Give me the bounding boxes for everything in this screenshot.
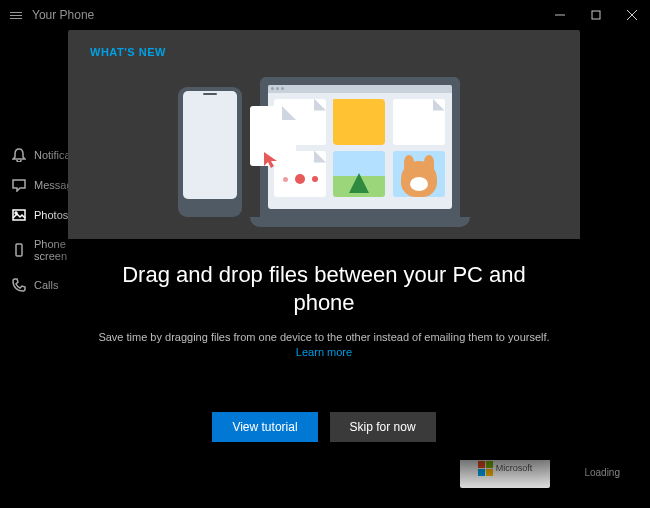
modal-title: Drag and drop files between your PC and … [98, 261, 550, 316]
bell-icon [12, 148, 26, 162]
svg-rect-1 [592, 11, 600, 19]
backdrop-loading-label: Loading [584, 467, 620, 478]
modal-description: Save time by dragging files from one dev… [98, 330, 550, 361]
phone-graphic [178, 87, 242, 217]
phone-icon [12, 278, 26, 292]
file-photo-icon [333, 151, 385, 197]
sidebar-item-label: Calls [34, 279, 58, 291]
whats-new-modal: WHAT'S NEW [68, 30, 580, 460]
maximize-button[interactable] [578, 0, 614, 30]
photo-icon [12, 208, 26, 222]
sidebar-item-label: Settings [34, 472, 92, 490]
svg-rect-6 [16, 244, 22, 256]
sidebar-item-label: Photos [34, 209, 68, 221]
minimize-button[interactable] [542, 0, 578, 30]
file-folder-icon [333, 99, 385, 145]
view-tutorial-button[interactable]: View tutorial [212, 412, 317, 442]
modal-illustration [68, 64, 580, 239]
modal-badge: WHAT'S NEW [68, 30, 580, 64]
close-button[interactable] [614, 0, 650, 30]
titlebar: Your Phone [0, 0, 650, 30]
window-title: Your Phone [32, 8, 94, 22]
gear-icon [12, 474, 26, 488]
sidebar-item-settings[interactable]: Settings [0, 464, 110, 498]
file-document-icon [393, 99, 445, 145]
file-photo-icon [393, 151, 445, 197]
skip-button[interactable]: Skip for now [330, 412, 436, 442]
hamburger-menu-icon[interactable] [10, 12, 22, 19]
phone-screen-icon [12, 243, 26, 257]
transfer-dots-graphic [283, 176, 318, 184]
microsoft-logo-icon [478, 461, 493, 476]
message-icon [12, 178, 26, 192]
cursor-arrow-icon [262, 150, 282, 174]
svg-point-7 [17, 479, 21, 483]
microsoft-label: Microsoft [496, 463, 533, 473]
learn-more-link[interactable]: Learn more [296, 346, 352, 358]
